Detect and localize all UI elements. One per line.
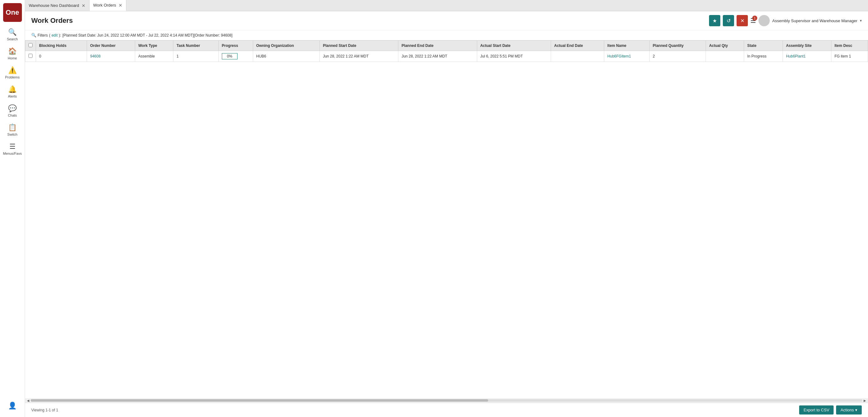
row-task-number: 1	[173, 51, 219, 62]
header-actions: ★ ↺ ✕ ☰ 1 Assembly Supervisor and Wareho…	[709, 15, 862, 26]
row-item-desc: FG item 1	[831, 51, 868, 62]
actions-dropdown-arrow: ▾	[855, 408, 857, 412]
col-owning-org[interactable]: Owning Organization	[253, 41, 319, 51]
scrollbar-track[interactable]	[31, 399, 862, 402]
select-all-checkbox[interactable]	[29, 43, 33, 47]
sidebar-item-label-search: Search	[7, 37, 18, 41]
tab-warehouse-dashboard[interactable]: Warehouse Neo Dashboard ✕	[25, 0, 90, 11]
sidebar-item-label-alerts: Alerts	[8, 94, 17, 98]
menus-icon: ☰	[9, 143, 16, 151]
sidebar-item-search[interactable]: 🔍 Search	[0, 25, 25, 44]
sidebar-item-home[interactable]: 🏠 Home	[0, 44, 25, 63]
star-icon: ★	[712, 18, 717, 24]
close-view-button[interactable]: ✕	[737, 15, 748, 26]
sidebar-item-label-problems: Problems	[5, 75, 20, 79]
user-role: Assembly Supervisor and Warehouse Manage…	[772, 19, 857, 23]
content-area: Work Orders ★ ↺ ✕ ☰ 1 Assembly Superviso…	[25, 11, 868, 417]
row-owning-org: HUB6	[253, 51, 319, 62]
work-orders-table: Blocking Holds Order Number Work Type Ta…	[25, 40, 868, 62]
col-task-number[interactable]: Task Number	[173, 41, 219, 51]
menu-button[interactable]: ☰ 1	[750, 17, 756, 24]
sidebar-item-menus-favs[interactable]: ☰ Menus/Favs	[0, 139, 25, 159]
row-work-type: Assemble	[135, 51, 173, 62]
tab-close-workorders[interactable]: ✕	[119, 3, 122, 8]
scroll-right-arrow[interactable]: ▶	[862, 399, 867, 402]
filters-text: [Planned Start Date: Jun 24, 2022 12:00 …	[62, 33, 232, 37]
scrollbar-thumb[interactable]	[31, 399, 488, 402]
col-blocking-holds[interactable]: Blocking Holds	[36, 41, 87, 51]
footer-buttons: Export to CSV Actions ▾	[799, 406, 862, 415]
row-order-number: 94608	[87, 51, 135, 62]
col-order-number[interactable]: Order Number	[87, 41, 135, 51]
table-wrapper[interactable]: Blocking Holds Order Number Work Type Ta…	[25, 40, 868, 398]
row-actual-qty	[706, 51, 744, 62]
col-planned-qty[interactable]: Planned Quantity	[650, 41, 706, 51]
filters-bar: 🔍 Filters ( edit ): [Planned Start Date:…	[25, 30, 868, 40]
avatar	[758, 15, 770, 26]
col-actual-end[interactable]: Actual End Date	[551, 41, 604, 51]
sidebar-item-switch[interactable]: 📋 Switch	[0, 120, 25, 139]
tab-label-warehouse: Warehouse Neo Dashboard	[29, 3, 79, 8]
sidebar-item-alerts[interactable]: 🔔 Alerts	[0, 82, 25, 101]
scroll-left-arrow[interactable]: ◀	[26, 399, 31, 402]
app-logo[interactable]: One	[3, 3, 22, 22]
filters-paren-close: ):	[59, 33, 61, 37]
close-icon: ✕	[740, 18, 744, 24]
col-planned-start[interactable]: Planned Start Date	[319, 41, 398, 51]
order-number-link[interactable]: 94608	[90, 54, 100, 59]
row-blocking-holds: 0	[36, 51, 87, 62]
sidebar-item-problems[interactable]: ⚠️ Problems	[0, 63, 25, 82]
row-progress: 0%	[218, 51, 253, 62]
sidebar: One 🔍 Search 🏠 Home ⚠️ Problems 🔔 Alerts…	[0, 0, 25, 417]
tab-work-orders[interactable]: Work Orders ✕	[90, 0, 126, 11]
refresh-button[interactable]: ↺	[723, 15, 734, 26]
row-assembly-site: Hub6Plant1	[782, 51, 831, 62]
col-assembly-site[interactable]: Assembly Site	[782, 41, 831, 51]
row-state: In Progress	[744, 51, 783, 62]
footer: Viewing 1-1 of 1 Export to CSV Actions ▾	[25, 403, 868, 417]
main-area: Warehouse Neo Dashboard ✕ Work Orders ✕ …	[25, 0, 868, 417]
sidebar-item-label-home: Home	[8, 56, 17, 60]
col-item-desc[interactable]: Item Desc	[831, 41, 868, 51]
col-planned-end[interactable]: Planned End Date	[398, 41, 477, 51]
row-actual-start: Jul 6, 2022 5:51 PM MDT	[477, 51, 551, 62]
sidebar-item-label-switch: Switch	[7, 133, 17, 136]
favorite-button[interactable]: ★	[709, 15, 720, 26]
chats-icon: 💬	[8, 104, 17, 112]
viewing-text: Viewing 1-1 of 1	[31, 408, 58, 412]
col-item-name[interactable]: Item Name	[604, 41, 650, 51]
problems-icon: ⚠️	[8, 66, 17, 74]
filters-label: Filters	[37, 33, 48, 37]
col-work-type[interactable]: Work Type	[135, 41, 173, 51]
row-item-name: Hub6FGItem1	[604, 51, 650, 62]
filters-edit-link[interactable]: edit	[52, 33, 58, 37]
row-planned-end: Jun 28, 2022 1:22 AM MDT	[398, 51, 477, 62]
page-title: Work Orders	[31, 16, 73, 25]
sidebar-item-chats[interactable]: 💬 Chats	[0, 101, 25, 120]
row-actual-end	[551, 51, 604, 62]
export-csv-button[interactable]: Export to CSV	[799, 406, 834, 415]
alerts-icon: 🔔	[8, 85, 17, 94]
row-checkbox[interactable]	[29, 54, 33, 58]
row-checkbox-cell	[25, 51, 36, 62]
item-name-link[interactable]: Hub6FGItem1	[607, 54, 631, 59]
sidebar-item-user[interactable]: 👤	[7, 398, 18, 414]
sidebar-item-label-menus: Menus/Favs	[3, 151, 22, 155]
col-progress[interactable]: Progress	[218, 41, 253, 51]
col-state[interactable]: State	[744, 41, 783, 51]
user-dropdown-arrow[interactable]: ▾	[860, 19, 862, 23]
col-actual-start[interactable]: Actual Start Date	[477, 41, 551, 51]
switch-icon: 📋	[8, 124, 17, 132]
tab-close-warehouse[interactable]: ✕	[82, 3, 86, 8]
row-planned-start: Jun 28, 2022 1:22 AM MDT	[319, 51, 398, 62]
table-header-row: Blocking Holds Order Number Work Type Ta…	[25, 41, 868, 51]
assembly-site-link[interactable]: Hub6Plant1	[786, 54, 806, 59]
col-checkbox	[25, 41, 36, 51]
actions-button[interactable]: Actions ▾	[836, 406, 862, 415]
horizontal-scrollbar[interactable]: ◀ ▶	[25, 398, 868, 403]
progress-box: 0%	[222, 53, 238, 59]
user-icon: 👤	[8, 402, 17, 410]
notification-badge: 1	[752, 15, 757, 21]
col-actual-qty[interactable]: Actual Qty	[706, 41, 744, 51]
filter-icon: 🔍	[31, 33, 36, 37]
